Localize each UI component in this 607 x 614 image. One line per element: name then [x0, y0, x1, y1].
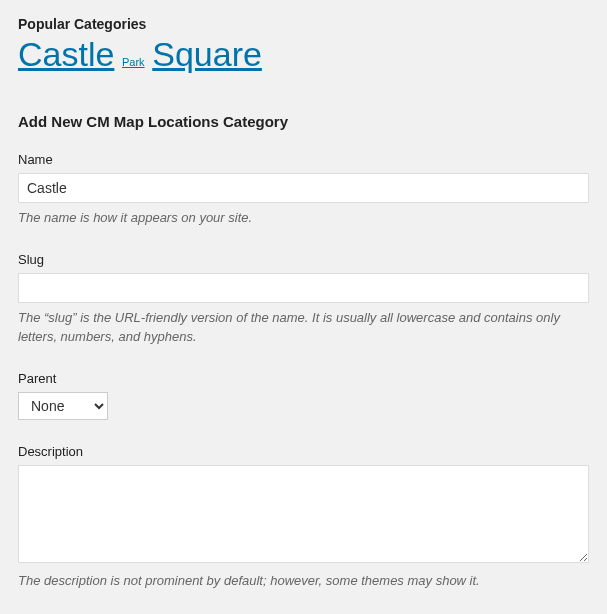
name-help: The name is how it appears on your site. [18, 209, 589, 228]
slug-label: Slug [18, 252, 589, 267]
field-name: Name The name is how it appears on your … [18, 152, 589, 228]
popular-categories-heading: Popular Categories [18, 16, 589, 32]
tag-link-square[interactable]: Square [152, 35, 262, 73]
description-help: The description is not prominent by defa… [18, 572, 589, 591]
parent-select[interactable]: None [18, 392, 108, 420]
description-textarea[interactable] [18, 465, 589, 563]
description-label: Description [18, 444, 589, 459]
slug-help: The “slug” is the URL-friendly version o… [18, 309, 589, 347]
add-new-category-heading: Add New CM Map Locations Category [18, 113, 589, 130]
tag-link-park[interactable]: Park [122, 56, 145, 68]
slug-input[interactable] [18, 273, 589, 303]
tag-link-castle[interactable]: Castle [18, 35, 114, 73]
tag-cloud: Castle Park Square [18, 36, 589, 73]
field-slug: Slug The “slug” is the URL-friendly vers… [18, 252, 589, 347]
name-input[interactable] [18, 173, 589, 203]
parent-label: Parent [18, 371, 589, 386]
name-label: Name [18, 152, 589, 167]
field-parent: Parent None [18, 371, 589, 420]
field-description: Description The description is not promi… [18, 444, 589, 591]
